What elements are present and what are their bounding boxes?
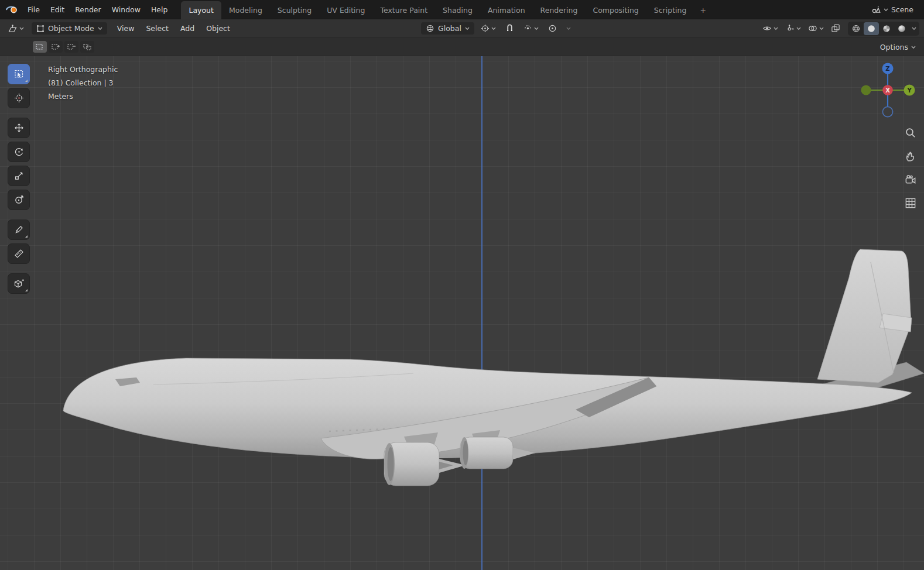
tab-texture-paint[interactable]: Texture Paint	[372, 1, 435, 19]
tab-compositing[interactable]: Compositing	[585, 1, 646, 19]
overlays-icon	[808, 24, 817, 33]
tool-move-button[interactable]	[8, 118, 30, 138]
tab-sculpting[interactable]: Sculpting	[270, 1, 319, 19]
gizmo-y-label: Y	[906, 87, 912, 94]
menu-help[interactable]: Help	[146, 3, 173, 16]
chevron-down-icon	[465, 26, 470, 30]
show-gizmos-dropdown[interactable]	[782, 22, 804, 35]
select-mode-buttons	[33, 41, 94, 53]
select-mode-new-button[interactable]	[33, 41, 47, 53]
shading-options-dropdown[interactable]	[909, 22, 919, 35]
show-overlays-dropdown[interactable]	[805, 22, 827, 35]
tool-measure-button[interactable]	[8, 243, 30, 264]
options-label: Options	[880, 43, 908, 51]
airplane-model[interactable]	[0, 56, 924, 570]
pivot-point-dropdown[interactable]	[478, 22, 499, 35]
shading-solid-button[interactable]	[864, 22, 879, 35]
add-workspace-button[interactable]: +	[694, 1, 711, 19]
tool-transform-button[interactable]	[8, 190, 30, 210]
menu-add[interactable]: Add	[175, 22, 200, 35]
tab-shading[interactable]: Shading	[435, 1, 480, 19]
tool-cursor-button[interactable]	[8, 88, 30, 108]
tab-modeling[interactable]: Modeling	[221, 1, 270, 19]
rendered-sphere-icon	[897, 24, 906, 33]
workspace-tabs: Layout Modeling Sculpting UV Editing Tex…	[181, 0, 711, 19]
tool-settings-bar: Options	[0, 38, 924, 56]
blender-logo-icon[interactable]	[6, 5, 19, 14]
tool-annotate-button[interactable]	[8, 219, 30, 240]
axis-z-negative-ball[interactable]	[882, 107, 892, 116]
magnet-icon	[505, 24, 514, 33]
proportional-falloff-dropdown[interactable]	[563, 25, 574, 32]
scale-icon	[14, 171, 24, 181]
magnifier-icon	[905, 127, 916, 139]
snap-target-dropdown[interactable]	[521, 22, 542, 35]
zoom-button[interactable]	[903, 125, 918, 140]
chevron-down-icon	[884, 8, 888, 12]
select-subtract-icon	[67, 44, 76, 50]
chevron-down-icon	[796, 26, 801, 30]
tab-scripting[interactable]: Scripting	[646, 1, 694, 19]
shading-rendered-button[interactable]	[894, 22, 909, 35]
tab-layout[interactable]: Layout	[181, 1, 221, 19]
tool-select-box-button[interactable]	[8, 64, 30, 84]
select-mode-intersect-button[interactable]	[80, 41, 94, 53]
menu-render[interactable]: Render	[70, 3, 107, 16]
snap-toggle-button[interactable]	[502, 22, 517, 35]
chevron-down-icon	[911, 45, 916, 49]
transform-orientation-dropdown[interactable]: Global	[421, 22, 474, 35]
chevron-down-icon	[19, 26, 24, 30]
3d-cursor-icon	[14, 93, 24, 103]
select-mode-subtract-button[interactable]	[64, 41, 78, 53]
chevron-down-icon	[491, 26, 496, 30]
tool-scale-button[interactable]	[8, 166, 30, 186]
3d-viewport[interactable]: Right Orthographic (81) Collection | 3 M…	[0, 56, 924, 570]
navigation-gizmo[interactable]: Z Y X	[858, 61, 917, 119]
add-cube-icon	[13, 279, 24, 289]
top-menu-bar: File Edit Render Window Help Layout Mode…	[0, 0, 924, 19]
material-sphere-icon	[882, 24, 891, 33]
gizmo-z-label: Z	[885, 66, 889, 72]
object-mode-icon	[36, 25, 45, 33]
transform-icon	[14, 195, 24, 205]
viewport-header: Object Mode View Select Add Object Globa…	[0, 19, 924, 38]
select-intersect-icon	[83, 44, 92, 50]
editor-type-selector[interactable]	[5, 22, 27, 35]
pan-button[interactable]	[903, 149, 918, 164]
tab-uv-editing[interactable]: UV Editing	[319, 1, 372, 19]
menu-file[interactable]: File	[22, 3, 45, 16]
select-mode-extend-button[interactable]	[49, 41, 63, 53]
proportional-editing-icon	[548, 24, 557, 33]
menu-select[interactable]: Select	[141, 22, 174, 35]
proportional-editing-toggle[interactable]	[545, 22, 560, 35]
shading-wireframe-button[interactable]	[848, 22, 864, 35]
mode-label: Object Mode	[48, 24, 94, 33]
gizmo-x-label: X	[885, 87, 890, 94]
mode-dropdown[interactable]: Object Mode	[32, 22, 107, 35]
toggle-perspective-button[interactable]	[903, 195, 918, 211]
options-dropdown[interactable]: Options	[880, 43, 916, 51]
shading-material-button[interactable]	[879, 22, 894, 35]
camera-view-button[interactable]	[903, 172, 918, 187]
tool-add-cube-button[interactable]	[8, 273, 30, 294]
chevron-down-icon	[819, 26, 824, 30]
menu-edit[interactable]: Edit	[45, 3, 70, 16]
global-orientation-icon	[426, 24, 434, 33]
menu-window[interactable]: Window	[107, 3, 146, 16]
tab-animation[interactable]: Animation	[480, 1, 533, 19]
object-visibility-dropdown[interactable]	[759, 22, 781, 35]
tool-rotate-button[interactable]	[8, 142, 30, 162]
snap-target-icon	[523, 24, 532, 33]
chevron-down-icon	[912, 26, 916, 30]
annotate-pen-icon	[14, 225, 24, 235]
xray-toggle-button[interactable]	[828, 22, 843, 35]
menu-object[interactable]: Object	[201, 22, 235, 35]
camera-icon	[905, 174, 916, 186]
tab-rendering[interactable]: Rendering	[533, 1, 586, 19]
hand-icon	[905, 150, 916, 162]
scene-selector[interactable]: Scene	[867, 3, 918, 16]
menu-view[interactable]: View	[112, 22, 140, 35]
orientation-label: Global	[438, 24, 461, 33]
axis-y-negative-ball[interactable]	[861, 85, 871, 95]
solid-sphere-icon	[867, 24, 876, 33]
